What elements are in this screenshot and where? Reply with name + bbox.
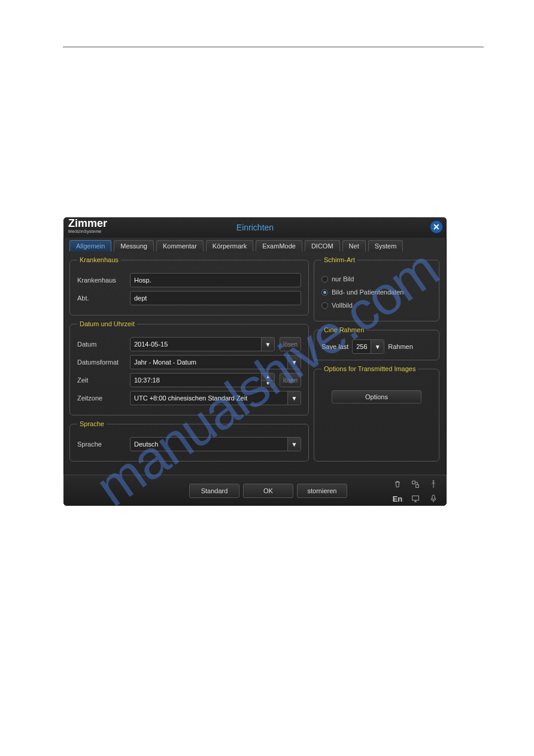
legend-screen: Schirm-Art <box>321 256 357 263</box>
logo: Zimmer MedizinSysteme <box>68 219 107 236</box>
value-cine: 256 <box>356 343 367 350</box>
button-time-set[interactable]: lösen <box>280 373 301 387</box>
input-hospital[interactable]: Hosp. <box>130 273 301 287</box>
fieldset-datetime: Datum und Uhrzeit Datum 2014-05-15 ▼ lös… <box>69 320 309 415</box>
value-timezone: UTC +8:00 chinesischen Standard Zeit <box>134 394 247 402</box>
fieldset-cine: Cine Rahmen Save last 256 ▼ Rahmen <box>314 326 439 360</box>
tab-messung[interactable]: Messung <box>114 240 154 251</box>
language-indicator[interactable]: En <box>389 492 406 505</box>
radio-label-0: nur Bild <box>332 275 354 283</box>
legend-hospital: Krankenhaus <box>77 256 121 263</box>
svg-rect-3 <box>432 495 435 499</box>
chevron-down-icon: ▼ <box>371 340 384 353</box>
button-ok[interactable]: OK <box>243 484 293 498</box>
select-timezone[interactable]: UTC +8:00 chinesischen Standard Zeit ▼ <box>130 391 301 405</box>
label-frames-unit: Rahmen <box>388 343 413 350</box>
chevron-down-icon: ▼ <box>287 391 301 405</box>
legend-transmit: Options for Transmitted Images <box>321 365 418 372</box>
select-date[interactable]: 2014-05-15 ▼ <box>130 337 275 351</box>
button-cancel[interactable]: stornieren <box>297 484 347 498</box>
tab-system[interactable]: System <box>368 240 403 251</box>
radio-screen-0[interactable]: nur Bild <box>321 275 432 283</box>
label-language: Sprache <box>77 441 125 448</box>
label-dept: Abt. <box>77 294 125 302</box>
chevron-down-icon: ▼ <box>287 356 301 369</box>
chevron-down-icon: ▼ <box>287 438 301 451</box>
value-language: Deutsch <box>134 441 158 448</box>
legend-datetime: Datum und Uhrzeit <box>77 320 137 327</box>
radio-icon <box>321 302 328 309</box>
arrow-up-icon[interactable]: ▲ <box>262 374 274 381</box>
tab-kommentar[interactable]: Kommentar <box>156 240 204 251</box>
tab-allgemein[interactable]: Allgemein <box>69 240 111 251</box>
close-button[interactable]: ✕ <box>430 220 443 233</box>
tab-exammode[interactable]: ExamMode <box>256 240 302 251</box>
label-date: Datum <box>77 341 125 348</box>
label-time: Zeit <box>77 377 125 384</box>
device-icon[interactable] <box>407 478 424 491</box>
radio-screen-1[interactable]: Bild- und Patientendaten <box>321 289 432 296</box>
select-cine-frames[interactable]: 256 ▼ <box>352 339 384 354</box>
settings-window: Zimmer MedizinSysteme Einrichten ✕ Allge… <box>63 217 447 506</box>
monitor-icon[interactable] <box>407 492 424 505</box>
page-rule <box>63 47 484 47</box>
label-hospital: Krankenhaus <box>77 277 125 284</box>
microphone-icon[interactable] <box>425 492 442 505</box>
footer: Standard OK stornieren En <box>63 475 447 506</box>
fieldset-transmit: Options for Transmitted Images Options <box>314 365 439 462</box>
tab-koerpermark[interactable]: Körpermark <box>206 240 253 251</box>
radio-screen-2[interactable]: Vollbild <box>321 302 432 309</box>
input-time[interactable]: 10:37:18 ▲ ▼ <box>130 373 275 387</box>
radio-icon <box>321 289 328 296</box>
close-icon: ✕ <box>433 222 440 232</box>
radio-label-1: Bild- und Patientendaten <box>332 289 403 296</box>
legend-cine: Cine Rahmen <box>321 326 366 333</box>
value-date: 2014-05-15 <box>134 341 168 348</box>
select-language[interactable]: Deutsch ▼ <box>130 437 301 451</box>
tab-net[interactable]: Net <box>342 240 366 251</box>
input-dept[interactable]: dept <box>130 291 301 305</box>
arrow-down-icon[interactable]: ▼ <box>262 381 274 387</box>
button-date-set[interactable]: lösen <box>280 337 301 351</box>
label-save-last: Save last <box>321 343 348 350</box>
chevron-down-icon: ▼ <box>261 338 274 351</box>
svg-rect-2 <box>412 496 419 500</box>
legend-language: Sprache <box>77 420 107 427</box>
radio-icon <box>321 276 328 283</box>
status-icons: En <box>389 478 442 505</box>
fieldset-language: Sprache Sprache Deutsch ▼ <box>69 420 309 462</box>
radio-label-2: Vollbild <box>332 302 353 309</box>
svg-rect-0 <box>412 481 415 484</box>
select-dateformat[interactable]: Jahr - Monat - Datum ▼ <box>130 355 301 369</box>
label-dateformat: Datumsformat <box>77 359 125 366</box>
svg-rect-1 <box>416 485 419 488</box>
logo-subtext: MedizinSysteme <box>68 227 102 236</box>
button-transmit-options[interactable]: Options <box>332 390 421 403</box>
value-time: 10:37:18 <box>134 377 160 384</box>
fieldset-screen: Schirm-Art nur Bild Bild- und Patientend… <box>314 256 439 321</box>
titlebar: Zimmer MedizinSysteme Einrichten ✕ <box>63 217 447 238</box>
label-timezone: Zeitzone <box>77 394 125 402</box>
button-standard[interactable]: Standard <box>189 484 239 498</box>
usb-icon[interactable] <box>425 478 442 491</box>
logo-text: Zimmer <box>68 219 107 227</box>
value-dateformat: Jahr - Monat - Datum <box>134 359 196 366</box>
tab-dicom[interactable]: DICOM <box>305 240 340 251</box>
trash-icon[interactable] <box>389 478 406 491</box>
window-title: Einrichten <box>63 223 447 232</box>
panel-area: Krankenhaus Krankenhaus Hosp. Abt. dept … <box>63 251 447 464</box>
fieldset-hospital: Krankenhaus Krankenhaus Hosp. Abt. dept <box>69 256 309 315</box>
tabs: Allgemein Messung Kommentar Körpermark E… <box>63 238 447 251</box>
time-spinner[interactable]: ▲ ▼ <box>261 374 274 387</box>
